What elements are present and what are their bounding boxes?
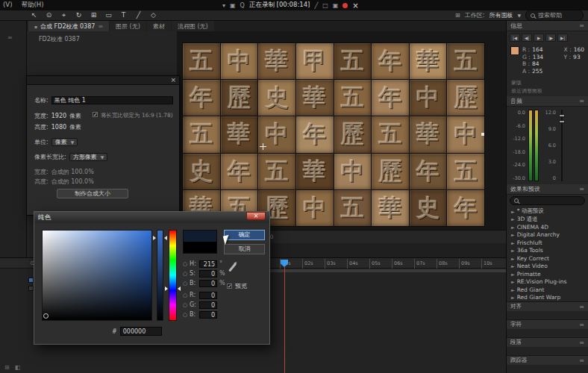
radio-icon[interactable]: ○ [183,312,187,318]
panel-menu-icon[interactable]: ≡ [579,186,584,192]
expander-icon[interactable]: ► [511,295,515,300]
transport-button[interactable]: ▶ [534,34,544,42]
expander-icon[interactable]: ► [511,216,515,222]
preview-checkbox[interactable]: ✓ [227,283,232,289]
dropdown-icon[interactable]: ▾ [222,2,225,9]
pen-icon[interactable]: ╱ [314,2,318,9]
radio-icon[interactable]: ○ [183,261,187,267]
effects-list-item[interactable]: ► Red Giant [507,286,588,294]
transport-button[interactable]: |◀ [510,34,520,42]
expander-icon[interactable]: ► [511,248,515,253]
name-input[interactable]: 黑色 纯色 1 [51,96,173,104]
layer-chip[interactable] [28,278,34,283]
slider-handle[interactable] [559,120,565,123]
toggle-icon[interactable]: ◧ [15,364,21,371]
work-area-bar[interactable] [257,269,506,272]
current-time-indicator-line[interactable] [284,267,285,373]
effects-search-input[interactable] [510,196,585,205]
field-value-input[interactable]: 215 [199,260,217,268]
color-selection-cursor[interactable] [43,313,49,319]
effects-list-item[interactable]: ► Key Correct [507,254,588,263]
expander-icon[interactable]: ► [511,279,515,284]
effects-list-item[interactable]: ► RE:Vision Plug-ins [507,278,588,286]
cancel-button[interactable]: 取消 [224,244,265,254]
expander-icon[interactable]: ► [511,225,515,230]
hue-slider[interactable] [169,230,177,321]
value-slider-handle[interactable] [154,236,166,239]
tool-icon[interactable]: ⊞ [90,11,98,19]
eyedropper-icon[interactable] [228,263,237,272]
par-dropdown[interactable]: 方形像素 ▼ [69,153,108,161]
effects-list-item[interactable]: ► 3D 通道 [507,216,588,224]
transport-button[interactable]: |▶ [545,34,556,42]
panel-menu-icon[interactable]: ≡ [98,23,103,30]
panel-header[interactable]: 段落 ≡ [507,337,588,347]
tab-layer[interactable]: 图层 (无) [110,21,146,31]
panel-header[interactable]: 对齐 ≡ [507,301,588,311]
dialog-titlebar[interactable]: 纯色 × [34,212,269,223]
expander-icon[interactable]: ► [511,287,515,292]
effects-list-item[interactable]: ► Frischluft [507,239,588,247]
effects-list-item[interactable]: ► Digital Anarchy [507,231,588,239]
radio-icon[interactable]: ○ [183,292,187,298]
height-value[interactable]: 1080 [51,124,66,131]
panel-menu-icon[interactable]: ≡ [579,339,584,346]
panel-menu-icon[interactable]: ≡ [579,22,584,29]
workspace-select[interactable]: 所有面板 [489,11,513,19]
tool-icon[interactable]: ▭ [104,11,113,19]
help-search-input[interactable]: 搜索帮助 [525,10,584,21]
expander-icon[interactable]: ► [511,240,515,245]
chevron-down-icon[interactable]: ▼ [517,13,521,18]
aspect-lock-checkbox[interactable]: ✓ [93,112,98,117]
close-icon[interactable]: × [170,77,176,84]
field-value-input[interactable]: 0 [199,270,217,278]
layer-edge-handle[interactable] [481,133,484,136]
expander-icon[interactable]: ► [511,272,515,277]
effects-list-item[interactable]: ► * 动画预设 [507,207,588,216]
dialog-titlebar[interactable]: × [27,76,179,85]
radio-icon[interactable]: ○ [183,280,187,286]
transport-button[interactable]: ▶| [557,34,568,42]
effects-list-item[interactable]: ► Primatte [507,270,588,278]
hue-slider-handle[interactable] [166,286,179,290]
effects-list-item[interactable]: ► Neat Video [507,263,588,271]
tool-icon[interactable]: ↖ [30,11,38,19]
field-value-input[interactable]: 0 [199,301,217,309]
panel-header[interactable]: 跟踪器 ≡ [507,355,588,365]
tab-composition[interactable]: ▪ 合成 FD2校准 0387 ≡ [28,21,109,31]
field-value-input[interactable]: 0 [199,280,217,287]
value-slider[interactable] [157,230,163,321]
snapshot-icon[interactable]: ▣ [333,2,339,9]
units-dropdown[interactable]: 像素 ▼ [51,138,78,146]
audio-panel-header[interactable]: 音频 ≡ [507,96,588,107]
expander-icon[interactable]: ► [511,232,515,237]
menu-item[interactable]: (V) [3,1,12,10]
make-comp-size-button[interactable]: 制作合成大小 [57,189,128,198]
toggle-icon[interactable]: ⊞ [4,364,10,371]
hex-input[interactable]: 000000 [120,327,162,336]
field-value-input[interactable]: 0 [199,311,217,319]
tool-icon[interactable]: ⌖ [60,11,68,19]
panel-menu-icon[interactable]: ≡ [579,322,584,328]
effects-list-item[interactable]: ► Red Giant Warp [507,294,588,302]
switch-chip[interactable] [28,286,34,291]
menu-item[interactable]: 帮助(H) [21,1,43,10]
close-button[interactable]: × [246,212,266,220]
panel-menu-icon[interactable]: ≡ [7,34,13,41]
saturation-brightness-field[interactable] [42,230,152,321]
radio-icon[interactable]: ○ [183,302,187,308]
panel-menu-icon[interactable]: ≡ [579,98,584,104]
tool-icon[interactable]: ◇ [149,11,157,19]
info-panel-header[interactable]: 信息 ≡ [507,21,588,31]
zoom-tool-icon[interactable]: Q [240,2,245,9]
transport-button[interactable]: ◀| [522,34,532,42]
anchor-point-handle[interactable] [260,143,266,150]
slider-handle[interactable] [559,114,565,117]
tool-icon[interactable]: ╱ [134,11,143,19]
monitor-icon[interactable]: □ [322,2,328,9]
effects-list-item[interactable]: ► CINEMA 4D [507,223,588,231]
width-value[interactable]: 1920 [51,113,66,119]
tool-icon[interactable]: T [119,11,128,19]
panel-menu-icon[interactable]: ≡ [579,304,584,310]
field-value-input[interactable]: 0 [199,292,217,299]
